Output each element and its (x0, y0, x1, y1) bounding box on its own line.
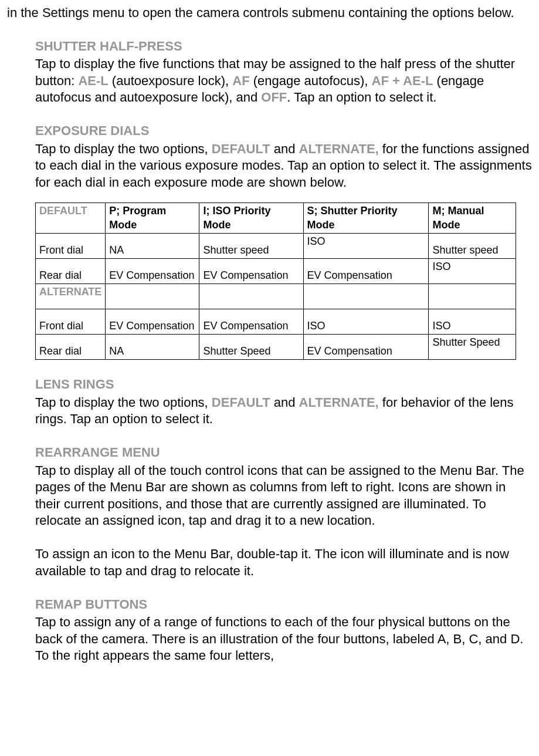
cell: M; Manual Mode (429, 203, 516, 234)
cell: EV Compensation (199, 259, 303, 284)
rearrange-heading: REARRANGE MENU (35, 444, 532, 461)
text: Tap to display the two options, (35, 395, 212, 410)
rearrange-section: REARRANGE MENU Tap to display all of the… (35, 444, 532, 580)
cell: DEFAULT (36, 203, 106, 234)
cell: ALTERNATE (36, 284, 106, 309)
alternate-label: ALTERNATE, (299, 141, 379, 156)
shutter-section: SHUTTER HALF-PRESS Tap to display the fi… (35, 38, 532, 106)
text: Tap to display the two options, (35, 141, 212, 156)
ael-label: AE-L (78, 73, 108, 88)
cell: Front dial (36, 309, 106, 335)
cell: NA (106, 234, 199, 259)
cell (429, 284, 516, 309)
cell: EV Compensation (303, 259, 429, 284)
table-row: Rear dial EV Compensation EV Compensatio… (36, 259, 516, 284)
table-row: DEFAULT P; Program Mode I; ISO Priority … (36, 203, 516, 234)
cell (106, 284, 199, 309)
shutter-heading: SHUTTER HALF-PRESS (35, 38, 532, 55)
lens-heading: LENS RINGS (35, 376, 532, 393)
cell: Front dial (36, 234, 106, 259)
exposure-table: DEFAULT P; Program Mode I; ISO Priority … (35, 203, 516, 360)
cell: ISO (303, 309, 429, 335)
text: and (270, 141, 299, 156)
remap-heading: REMAP BUTTONS (35, 596, 532, 613)
alternate-label: ALTERNATE, (299, 395, 379, 410)
cell: Shutter Speed (429, 335, 516, 360)
shutter-body: Tap to display the five functions that m… (35, 56, 532, 106)
remap-body: Tap to assign any of a range of function… (35, 614, 532, 664)
af-label: AF (232, 73, 249, 88)
exposure-section: EXPOSURE DIALS Tap to display the two op… (35, 123, 532, 360)
lens-body: Tap to display the two options, DEFAULT … (35, 394, 532, 428)
cell: I; ISO Priority Mode (199, 203, 303, 234)
cell: P; Program Mode (106, 203, 199, 234)
cell: ISO (429, 259, 516, 284)
cell: NA (106, 335, 199, 360)
cell: Rear dial (36, 259, 106, 284)
afael-label: AF + AE-L (372, 73, 433, 88)
exposure-heading: EXPOSURE DIALS (35, 123, 532, 140)
table-row: Rear dial NA Shutter Speed EV Compensati… (36, 335, 516, 360)
default-label: DEFAULT (212, 141, 270, 156)
lens-section: LENS RINGS Tap to display the two option… (35, 376, 532, 428)
text: (engage autofocus), (250, 73, 372, 88)
text: (autoexposure lock), (109, 73, 233, 88)
rearrange-body-1: Tap to display all of the touch control … (35, 463, 532, 529)
cell (199, 284, 303, 309)
exposure-body: Tap to display the two options, DEFAULT … (35, 141, 532, 191)
cell: ISO (303, 234, 429, 259)
cell: ISO (429, 309, 516, 335)
text: . Tap an option to select it. (287, 90, 436, 104)
rearrange-body-2: To assign an icon to the Menu Bar, doubl… (35, 546, 532, 579)
cell: EV Compensation (106, 259, 199, 284)
cell: Shutter speed (429, 234, 516, 259)
remap-section: REMAP BUTTONS Tap to assign any of a ran… (35, 596, 532, 664)
default-label: DEFAULT (212, 395, 270, 410)
table-row: Front dial EV Compensation EV Compensati… (36, 309, 516, 335)
cell: S; Shutter Priority Mode (303, 203, 429, 234)
table-row: Front dial NA Shutter speed ISO Shutter … (36, 234, 516, 259)
cell (303, 284, 429, 309)
cell: EV Compensation (303, 335, 429, 360)
table-row: ALTERNATE (36, 284, 516, 309)
text: and (270, 395, 299, 410)
cell: Shutter speed (199, 234, 303, 259)
cell: EV Compensation (199, 309, 303, 335)
off-label: OFF (261, 90, 287, 104)
cell: Shutter Speed (199, 335, 303, 360)
cell: Rear dial (36, 335, 106, 360)
cell: EV Compensation (106, 309, 199, 335)
intro-text: in the Settings menu to open the camera … (7, 5, 532, 22)
